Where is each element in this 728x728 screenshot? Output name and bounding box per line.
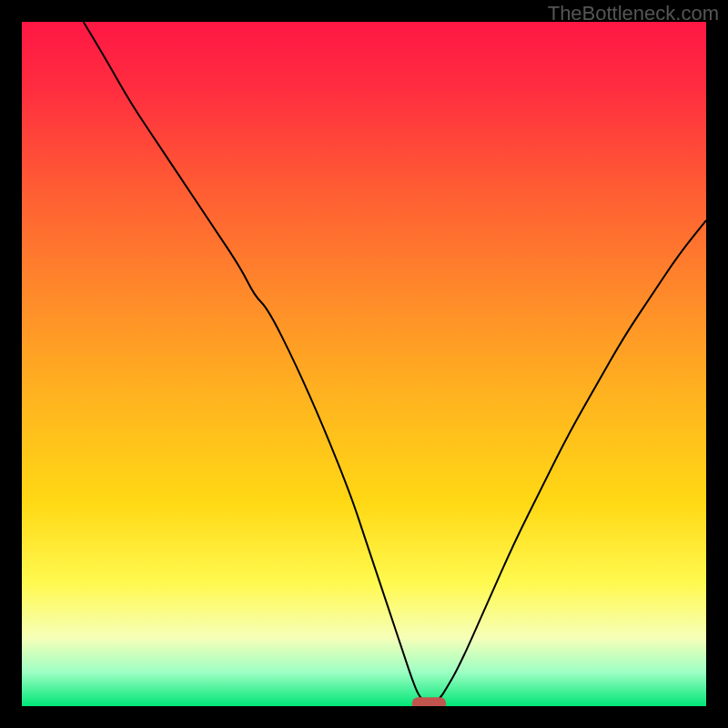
watermark-text: TheBottleneck.com xyxy=(548,2,719,25)
plot-area xyxy=(22,22,706,706)
chart-svg xyxy=(22,22,706,706)
min-marker xyxy=(412,697,447,706)
chart-container: TheBottleneck.com xyxy=(0,0,728,728)
gradient-background xyxy=(22,22,706,706)
